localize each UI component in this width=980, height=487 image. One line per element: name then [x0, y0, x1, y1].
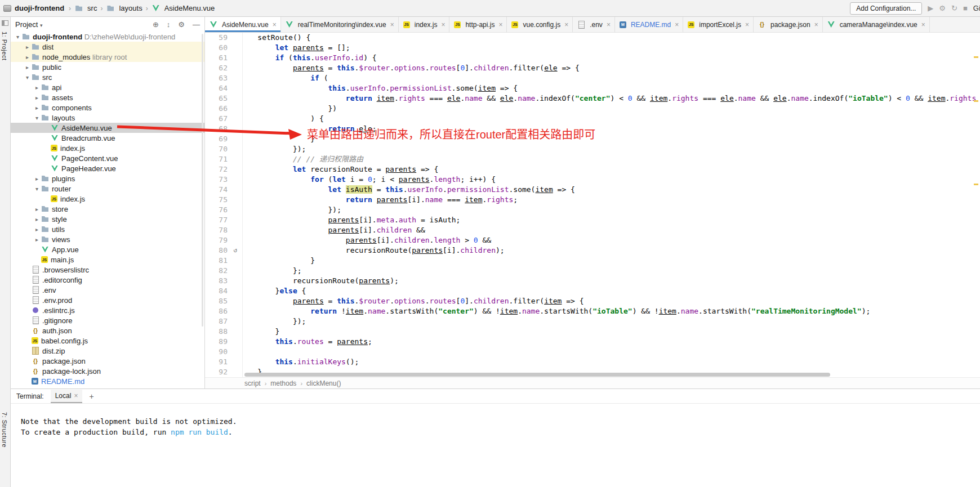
close-icon[interactable]: ×	[745, 21, 749, 29]
tree-item[interactable]: ▸style	[11, 214, 204, 224]
tree-item[interactable]: ▸plugins	[11, 173, 204, 184]
editor-tab[interactable]: .env×	[573, 17, 615, 32]
editor-tab[interactable]: JSimportExcel.js×	[683, 17, 754, 32]
chevron-right-icon[interactable]: ▸	[33, 236, 41, 243]
tree-item[interactable]: JSindex.js	[11, 143, 204, 153]
chevron-right-icon[interactable]: ▸	[24, 64, 31, 70]
tree-item[interactable]: .env.prod	[11, 295, 204, 305]
chevron-right-icon[interactable]: ▸	[33, 226, 41, 233]
gear-icon[interactable]: ⚙	[178, 20, 185, 29]
chevron-down-icon[interactable]: ▾	[14, 34, 21, 40]
git-widget[interactable]: Git:	[973, 4, 980, 12]
project-tree[interactable]: ▾duoji-frontend D:\zheheWeb\duoji-fronte…	[11, 32, 204, 388]
tree-item[interactable]: PageHeader.vue	[11, 163, 204, 173]
terminal-output[interactable]: Note that the development build is not o…	[11, 404, 980, 487]
code-area[interactable]: 59 setRoute() {60 let parents = [];61 if…	[205, 33, 980, 377]
project-view-dropdown[interactable]: Project ▾	[15, 20, 43, 29]
chevron-down-icon[interactable]: ▾	[33, 115, 41, 121]
collapse-icon[interactable]: ↕	[167, 20, 171, 29]
error-stripe-mark[interactable]	[974, 100, 978, 102]
chevron-down-icon[interactable]: ▾	[24, 74, 31, 81]
chevron-right-icon[interactable]: ▸	[24, 44, 31, 50]
tree-item[interactable]: ▸store	[11, 204, 204, 214]
new-terminal-icon[interactable]: +	[89, 392, 93, 401]
close-icon[interactable]: ×	[74, 392, 78, 400]
tree-item[interactable]: ▸components	[11, 102, 204, 113]
tree-item[interactable]: .editorconfig	[11, 275, 204, 285]
chevron-right-icon[interactable]: ▸	[24, 54, 31, 60]
tree-item[interactable]: ▾src	[11, 72, 204, 82]
tree-item[interactable]: .env	[11, 285, 204, 295]
breadcrumb-item[interactable]: AsideMenu.vue	[152, 4, 215, 12]
run-icon[interactable]: ▶	[928, 4, 933, 12]
tree-item[interactable]: ▸views	[11, 234, 204, 244]
project-name[interactable]: duoji-frontend	[15, 4, 64, 12]
close-icon[interactable]: ×	[675, 21, 679, 29]
refresh-icon[interactable]: ↻	[951, 4, 957, 12]
add-configuration-button[interactable]: Add Configuration...	[850, 2, 922, 15]
tree-item[interactable]: dist.zip	[11, 346, 204, 356]
chevron-down-icon[interactable]: ▾	[33, 186, 41, 192]
breadcrumb-item[interactable]: layouts	[106, 4, 142, 12]
recursive-call-icon[interactable]: ↺	[231, 245, 240, 256]
stripe-toggle-icon[interactable]	[2, 20, 8, 26]
tree-item[interactable]: ▾duoji-frontend D:\zheheWeb\duoji-fronte…	[11, 32, 204, 42]
editor-tab[interactable]: JSvue.config.js×	[507, 17, 573, 32]
editor-tab[interactable]: cameraManage\index.vue×	[823, 17, 930, 32]
close-icon[interactable]: ×	[441, 21, 445, 29]
tree-item[interactable]: ▸public	[11, 62, 204, 72]
tree-item[interactable]: ▾layouts	[11, 113, 204, 123]
error-stripe-mark[interactable]	[974, 184, 978, 185]
tree-item[interactable]: ▸assets	[11, 92, 204, 102]
terminal-tab-local[interactable]: Local ×	[51, 390, 83, 403]
breadcrumb-item[interactable]: clickMenu()	[306, 379, 341, 387]
chevron-right-icon[interactable]: ▸	[33, 206, 41, 212]
tree-item[interactable]: ▸node_modules library root	[11, 52, 204, 62]
tree-item[interactable]: JSbabel.config.js	[11, 336, 204, 346]
tree-item[interactable]: ▸api	[11, 82, 204, 92]
hide-panel-icon[interactable]: —	[193, 20, 200, 29]
close-icon[interactable]: ×	[390, 21, 394, 29]
close-icon[interactable]: ×	[498, 21, 502, 29]
breadcrumb-item[interactable]: src	[74, 4, 97, 12]
tree-item[interactable]: JSmain.js	[11, 254, 204, 265]
chevron-right-icon[interactable]: ▸	[33, 84, 41, 91]
chevron-right-icon[interactable]: ▸	[33, 216, 41, 222]
error-stripe-mark[interactable]	[974, 56, 978, 58]
editor-tab[interactable]: JShttp-api.js×	[449, 17, 507, 32]
horizontal-scrollbar[interactable]	[244, 373, 830, 377]
tree-item[interactable]: PageContent.vue	[11, 153, 204, 163]
tree-item[interactable]: {}package.json	[11, 356, 204, 366]
tree-item[interactable]: .gitignore	[11, 315, 204, 325]
toolwindow-project-button[interactable]: 1: Project	[1, 32, 8, 60]
tree-item[interactable]: ▾router	[11, 184, 204, 194]
tree-item[interactable]: ▸utils	[11, 224, 204, 234]
tree-item[interactable]: {}package-lock.json	[11, 366, 204, 376]
editor-tab[interactable]: JSindex.js×	[399, 17, 450, 32]
editor-tab[interactable]: MREADME.md×	[615, 17, 683, 32]
breadcrumb-item[interactable]: methods	[270, 379, 296, 387]
tree-item[interactable]: Breadcrumb.vue	[11, 133, 204, 143]
chevron-right-icon[interactable]: ▸	[33, 176, 41, 182]
close-icon[interactable]: ×	[814, 21, 818, 29]
editor-tab[interactable]: realTimeMonitoring\index.vue×	[281, 17, 399, 32]
editor-tab[interactable]: {}package.json×	[754, 17, 823, 32]
tree-item[interactable]: {}auth.json	[11, 325, 204, 336]
tree-item[interactable]: ▸dist	[11, 42, 204, 52]
tree-item[interactable]: AsideMenu.vue	[11, 123, 204, 133]
chevron-right-icon[interactable]: ▸	[33, 95, 41, 101]
close-icon[interactable]: ×	[273, 21, 277, 29]
tree-item[interactable]: .browserslistrc	[11, 265, 204, 275]
close-icon[interactable]: ×	[921, 21, 925, 29]
breadcrumb-item[interactable]: script	[244, 379, 261, 387]
settings-icon[interactable]: ⚙	[939, 4, 946, 12]
tree-item[interactable]: MREADME.md	[11, 376, 204, 386]
locate-icon[interactable]: ⊕	[153, 20, 159, 29]
close-icon[interactable]: ×	[564, 21, 568, 29]
editor-tab[interactable]: AsideMenu.vue×	[205, 17, 281, 32]
tree-item[interactable]: .eslintrc.js	[11, 305, 204, 315]
tree-item[interactable]: JSindex.js	[11, 194, 204, 204]
chevron-right-icon[interactable]: ▸	[33, 105, 41, 111]
tree-item[interactable]: App.vue	[11, 244, 204, 254]
toolwindow-structure-button[interactable]: 7: Structure	[1, 412, 8, 448]
